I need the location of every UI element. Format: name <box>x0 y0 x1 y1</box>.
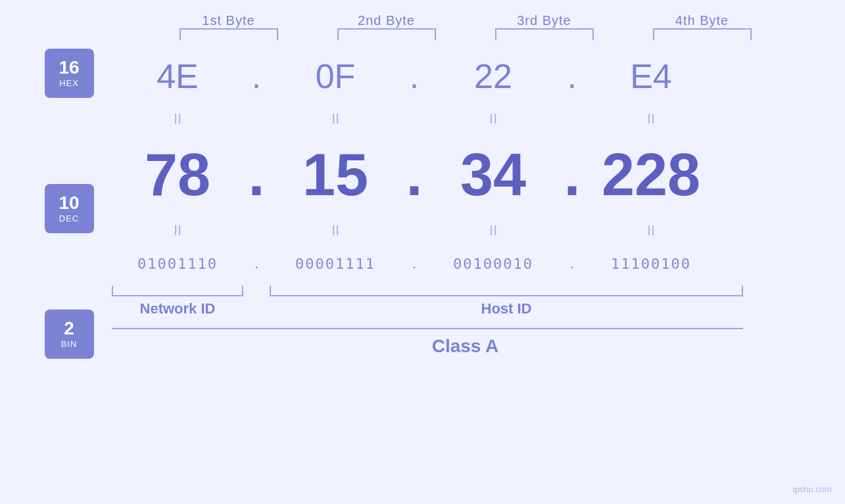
footer: ipshu.com <box>793 484 832 494</box>
host-id-label: Host ID <box>481 300 532 317</box>
bin-value-2: 00001111 <box>295 256 375 272</box>
network-id-label: Network ID <box>140 300 216 317</box>
network-id-label-cell: Network ID <box>112 300 243 317</box>
byte-header-3: 3rd Byte <box>466 13 623 28</box>
host-id-label-cell: Host ID <box>270 300 743 317</box>
bracket-4 <box>623 28 781 40</box>
dec-sep-1: . <box>243 141 270 209</box>
eq2-4: II <box>585 223 717 238</box>
bracket-line-1 <box>180 28 278 40</box>
dec-sep-3: . <box>559 141 585 209</box>
bottom-brackets-row <box>112 286 819 296</box>
eq1-1: II <box>112 112 243 126</box>
byte-header-4: 4th Byte <box>623 13 781 28</box>
bracket-1 <box>150 28 308 40</box>
eq1-4: II <box>585 112 717 126</box>
bin-value-3: 00100010 <box>453 256 533 272</box>
label-gap <box>243 300 270 317</box>
bin-row: 01001110 . 00001111 . 00100010 . <box>112 244 819 283</box>
eq1-3: II <box>427 112 559 126</box>
bracket-3 <box>466 28 623 40</box>
network-bracket <box>112 286 243 296</box>
dec-byte-3: 34 <box>427 141 559 209</box>
dec-value-1: 78 <box>145 142 210 208</box>
hex-sep-3: . <box>559 57 585 96</box>
class-label: Class A <box>112 336 819 357</box>
bracket-line-2 <box>337 28 436 40</box>
host-bracket <box>270 286 743 296</box>
bin-badge-label: BIN <box>61 339 78 349</box>
hex-byte-2: 0F <box>270 57 401 96</box>
dec-byte-1: 78 <box>112 141 243 209</box>
hex-badge-label: HEX <box>59 78 79 88</box>
dec-value-2: 15 <box>302 142 368 208</box>
bin-byte-4: 11100100 <box>585 256 717 272</box>
byte-header-1: 1st Byte <box>150 13 308 28</box>
dec-badge-number: 10 <box>59 193 79 214</box>
main-container: 1st Byte 2nd Byte 3rd Byte 4th Byte 16 H… <box>0 0 845 504</box>
dec-row: 78 . 15 . 34 . 228 <box>112 132 819 218</box>
dec-value-4: 228 <box>602 142 700 208</box>
main-data-section: 16 HEX 10 DEC 2 BIN <box>26 47 819 357</box>
hex-value-1: 4E <box>157 57 199 95</box>
hex-badge: 16 HEX <box>45 49 94 98</box>
top-brackets <box>26 28 819 40</box>
hex-sep-2: . <box>401 57 427 96</box>
hex-badge-number: 16 <box>59 58 79 78</box>
bracket-2 <box>308 28 466 40</box>
bin-sep-3: . <box>559 255 585 272</box>
hex-value-4: E4 <box>630 57 672 95</box>
bin-badge-number: 2 <box>64 319 74 339</box>
eq2-2: II <box>270 223 401 238</box>
badge-hex-spacer: 16 HEX <box>45 47 94 106</box>
dec-value-3: 34 <box>460 142 526 208</box>
bin-byte-2: 00001111 <box>270 256 401 272</box>
eq2-3: II <box>427 223 559 238</box>
hex-sep-1: . <box>243 57 270 96</box>
badges-column: 16 HEX 10 DEC 2 BIN <box>26 47 112 357</box>
dec-byte-2: 15 <box>270 141 401 209</box>
dec-byte-4: 228 <box>585 141 717 209</box>
byte-header-2: 2nd Byte <box>308 13 466 28</box>
badge-bin-spacer: 2 BIN <box>45 317 94 357</box>
bin-value-1: 01001110 <box>137 256 218 272</box>
hex-byte-3: 22 <box>427 57 559 96</box>
bin-sep-1: . <box>243 255 270 272</box>
equals-row-2: II II II II <box>112 218 819 244</box>
hex-byte-1: 4E <box>112 57 243 96</box>
eq2-1: II <box>112 223 243 238</box>
byte-headers-row: 1st Byte 2nd Byte 3rd Byte 4th Byte <box>26 13 819 28</box>
bin-badge: 2 BIN <box>45 309 94 359</box>
eq1-2: II <box>270 112 401 126</box>
bin-value-4: 11100100 <box>611 256 691 272</box>
dec-badge-label: DEC <box>59 214 79 223</box>
hex-row: 4E . 0F . 22 . E4 <box>112 47 819 106</box>
dec-sep-2: . <box>401 141 427 209</box>
data-columns: 4E . 0F . 22 . E4 <box>112 47 819 357</box>
hex-byte-4: E4 <box>585 57 717 96</box>
class-section: Class A <box>112 328 819 357</box>
hex-value-2: 0F <box>316 57 356 95</box>
bracket-line-4 <box>653 28 752 40</box>
bracket-line-3 <box>495 28 594 40</box>
dec-badge: 10 DEC <box>45 184 94 233</box>
id-labels-row: Network ID Host ID <box>112 300 819 317</box>
class-bracket <box>112 328 743 329</box>
footer-text: ipshu.com <box>793 484 832 494</box>
bin-sep-2: . <box>401 255 427 272</box>
equals-row-1: II II II II <box>112 106 819 132</box>
hex-value-3: 22 <box>474 57 512 95</box>
bin-byte-3: 00100010 <box>427 256 559 272</box>
bin-byte-1: 01001110 <box>112 256 243 272</box>
badge-dec-spacer: 10 DEC <box>45 169 94 254</box>
